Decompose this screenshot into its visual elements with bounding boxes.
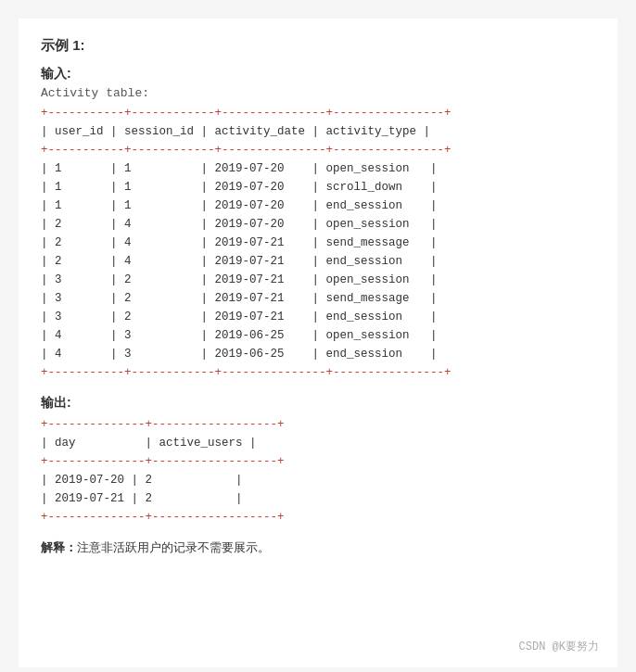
watermark: CSDN @K要努力 (519, 639, 599, 654)
input-label: 输入: (41, 66, 595, 82)
explanation-label: 解释： (41, 540, 77, 554)
example-title: 示例 1: (41, 37, 595, 55)
page-container: 示例 1: 输入: Activity table: +-----------+-… (19, 19, 617, 667)
explanation-text: 注意非活跃用户的记录不需要展示。 (77, 540, 270, 554)
output-section: 输出: +--------------+------------------+ … (41, 395, 595, 526)
output-label: 输出: (41, 395, 595, 412)
input-table: +-----------+------------+--------------… (41, 104, 595, 382)
output-table: +--------------+------------------+ | da… (41, 415, 595, 526)
table-label: Activity table: (41, 86, 595, 100)
explanation: 解释：注意非活跃用户的记录不需要展示。 (41, 539, 595, 556)
